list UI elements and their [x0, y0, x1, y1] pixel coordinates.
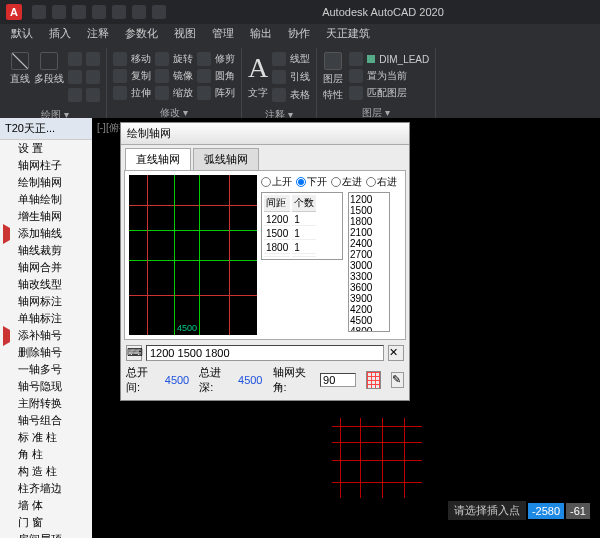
radio-bottom-bay[interactable]: 下开 — [296, 175, 327, 189]
qat-icon[interactable] — [92, 5, 106, 19]
radio-top-bay[interactable]: 上开 — [261, 175, 292, 189]
polyline-icon[interactable] — [40, 52, 58, 70]
sidebar-item[interactable]: 轴线裁剪 — [0, 242, 92, 259]
table-row[interactable]: 18001 — [264, 242, 316, 254]
sidebar-item[interactable]: 构 造 柱 — [0, 463, 92, 480]
spacing-value-list[interactable]: 1200150018002100240027003000330036003900… — [348, 192, 390, 332]
sidebar-item[interactable]: 添补轴号 — [0, 327, 92, 344]
pick-icon[interactable]: ✎ — [391, 372, 404, 388]
list-item[interactable]: 1500 — [350, 205, 388, 216]
sidebar-item[interactable]: 单轴标注 — [0, 310, 92, 327]
list-item[interactable]: 3900 — [350, 293, 388, 304]
layer-state-icon[interactable] — [349, 52, 363, 66]
sidebar-item[interactable]: 柱齐墙边 — [0, 480, 92, 497]
arc-icon[interactable] — [68, 52, 82, 66]
move-icon[interactable] — [113, 52, 127, 66]
copy-icon[interactable] — [113, 69, 127, 83]
list-item[interactable]: 1800 — [350, 216, 388, 227]
dimension-icon[interactable] — [272, 52, 286, 66]
clear-icon[interactable]: ✕ — [388, 345, 404, 361]
leader-icon[interactable] — [272, 70, 286, 84]
sidebar-item[interactable]: 轴号隐现 — [0, 378, 92, 395]
sidebar-item[interactable]: 设 置 — [0, 140, 92, 157]
stretch-icon[interactable] — [113, 86, 127, 100]
trim-icon[interactable] — [197, 52, 211, 66]
sidebar-item[interactable]: 轴改线型 — [0, 276, 92, 293]
spacing-input[interactable] — [146, 345, 384, 361]
list-item[interactable]: 3300 — [350, 271, 388, 282]
apply-grid-icon[interactable] — [366, 371, 381, 389]
hatch-icon[interactable] — [68, 88, 82, 102]
drawing-canvas[interactable]: [-][俯视][... 绘制轴网 直线轴网 弧线轴网 4500 上开 — [92, 118, 600, 538]
list-item[interactable]: 2100 — [350, 227, 388, 238]
set-current-icon[interactable] — [349, 69, 363, 83]
menu-output[interactable]: 输出 — [243, 24, 279, 44]
text-icon[interactable]: A — [248, 52, 268, 84]
keyboard-icon[interactable]: ⌨ — [126, 345, 142, 361]
spline-icon[interactable] — [86, 88, 100, 102]
list-item[interactable]: 3000 — [350, 260, 388, 271]
menu-annotate[interactable]: 注释 — [80, 24, 116, 44]
table-row[interactable]: 12001 — [264, 214, 316, 226]
tab-straight-axis[interactable]: 直线轴网 — [125, 148, 191, 170]
list-item[interactable]: 4200 — [350, 304, 388, 315]
angle-input[interactable] — [320, 373, 356, 387]
sidebar-item[interactable]: 房间屋顶 — [0, 531, 92, 538]
sidebar-item[interactable]: 删除轴号 — [0, 344, 92, 361]
sidebar-item[interactable]: 门 窗 — [0, 514, 92, 531]
sum-depth-value: 4500 — [238, 374, 262, 386]
list-item[interactable]: 2700 — [350, 249, 388, 260]
list-item[interactable]: 4500 — [350, 315, 388, 326]
qat-icon[interactable] — [32, 5, 46, 19]
list-item[interactable]: 2400 — [350, 238, 388, 249]
sidebar-item[interactable]: 标 准 柱 — [0, 429, 92, 446]
sidebar-item[interactable]: 墙 体 — [0, 497, 92, 514]
qat-icon[interactable] — [52, 5, 66, 19]
ellipse-icon[interactable] — [86, 70, 100, 84]
table-row[interactable] — [264, 256, 316, 257]
list-item[interactable]: 3600 — [350, 282, 388, 293]
table-icon[interactable] — [272, 88, 286, 102]
radio-right-depth[interactable]: 右进 — [366, 175, 397, 189]
radio-left-depth[interactable]: 左进 — [331, 175, 362, 189]
menu-view[interactable]: 视图 — [167, 24, 203, 44]
sidebar-item[interactable]: 绘制轴网 — [0, 174, 92, 191]
dialog-titlebar[interactable]: 绘制轴网 — [121, 123, 409, 145]
table-row[interactable]: 15001 — [264, 228, 316, 240]
sidebar-item[interactable]: 轴网合并 — [0, 259, 92, 276]
rect-icon[interactable] — [68, 70, 82, 84]
line-icon[interactable] — [11, 52, 29, 70]
sidebar-item[interactable]: 轴网标注 — [0, 293, 92, 310]
sidebar-item[interactable]: 一轴多号 — [0, 361, 92, 378]
menu-manage[interactable]: 管理 — [205, 24, 241, 44]
sidebar-item[interactable]: 角 柱 — [0, 446, 92, 463]
sidebar-item[interactable]: 单轴绘制 — [0, 191, 92, 208]
sum-depth-label: 总进深: — [199, 365, 228, 395]
qat-icon[interactable] — [152, 5, 166, 19]
sidebar-item[interactable]: 增生轴网 — [0, 208, 92, 225]
menu-insert[interactable]: 插入 — [42, 24, 78, 44]
menu-parametric[interactable]: 参数化 — [118, 24, 165, 44]
qat-icon[interactable] — [132, 5, 146, 19]
qat-icon[interactable] — [72, 5, 86, 19]
spacing-table[interactable]: 间距个数 120011500118001 — [261, 192, 343, 260]
sidebar-item[interactable]: 主附转换 — [0, 395, 92, 412]
menu-tzx[interactable]: 天正建筑 — [319, 24, 377, 44]
menu-default[interactable]: 默认 — [4, 24, 40, 44]
scale-icon[interactable] — [155, 86, 169, 100]
tab-arc-axis[interactable]: 弧线轴网 — [193, 148, 259, 170]
circle-icon[interactable] — [86, 52, 100, 66]
qat-icon[interactable] — [112, 5, 126, 19]
layer-props-icon[interactable] — [324, 52, 342, 70]
menu-collab[interactable]: 协作 — [281, 24, 317, 44]
sidebar-item[interactable]: 添加轴线 — [0, 225, 92, 242]
mirror-icon[interactable] — [155, 69, 169, 83]
list-item[interactable]: 4800 — [350, 326, 388, 332]
list-item[interactable]: 1200 — [350, 194, 388, 205]
rotate-icon[interactable] — [155, 52, 169, 66]
match-layer-icon[interactable] — [349, 86, 363, 100]
fillet-icon[interactable] — [197, 69, 211, 83]
array-icon[interactable] — [197, 86, 211, 100]
sidebar-item[interactable]: 轴网柱子 — [0, 157, 92, 174]
sidebar-item[interactable]: 轴号组合 — [0, 412, 92, 429]
